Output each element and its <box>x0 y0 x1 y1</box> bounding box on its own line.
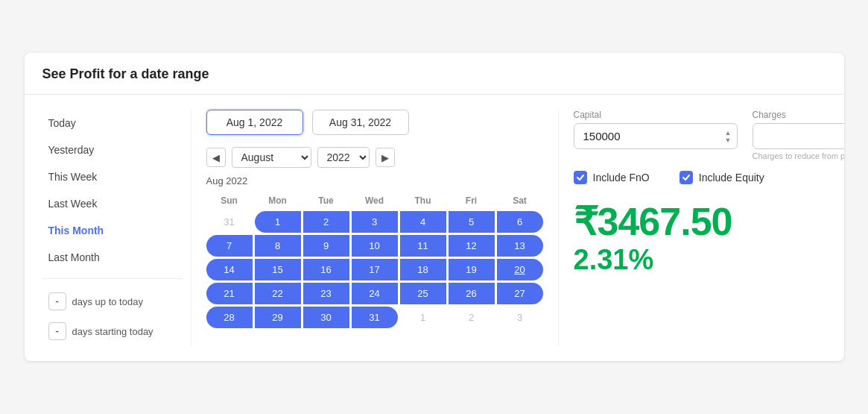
cal-day[interactable]: 16 <box>303 259 349 280</box>
sidebar-item-this-week[interactable]: This Week <box>42 163 183 190</box>
calendar-month-label: Aug 2022 <box>206 175 543 186</box>
cal-day[interactable]: 3 <box>352 211 398 233</box>
include-equity-label: Include Equity <box>699 172 764 184</box>
checkbox-row: Include FnO Include Equity <box>574 171 826 184</box>
capital-input[interactable] <box>574 123 738 149</box>
cal-header-sat: Sat <box>497 192 543 209</box>
cal-header-fri: Fri <box>449 192 495 209</box>
cal-day[interactable]: 11 <box>400 235 446 257</box>
sidebar-divider <box>42 278 183 279</box>
cal-day[interactable]: 1 <box>400 307 446 328</box>
card-body: Today Yesterday This Week Last Week This… <box>25 95 844 361</box>
next-month-btn[interactable]: ▶ <box>376 148 395 167</box>
calendar-section: Aug 1, 2022 Aug 31, 2022 ◀ JanuaryFebrua… <box>191 110 558 346</box>
cal-day[interactable]: 15 <box>255 259 301 280</box>
end-date-input[interactable]: Aug 31, 2022 <box>312 110 409 135</box>
charges-hint: Charges to reduce from profit <box>753 151 844 160</box>
main-card: See Profit for a date range Today Yester… <box>25 53 844 361</box>
include-fno-checkbox[interactable] <box>574 171 587 184</box>
prev-month-btn[interactable]: ◀ <box>206 148 226 167</box>
days-start-btn[interactable]: - <box>48 322 66 340</box>
cal-day[interactable]: 31 <box>206 211 253 233</box>
cal-header-mon: Mon <box>255 192 301 209</box>
days-up-btn[interactable]: - <box>48 292 66 310</box>
cal-header-sun: Sun <box>206 192 253 209</box>
sidebar-item-this-month[interactable]: This Month <box>42 217 183 244</box>
profit-display: ₹3467.50 2.31% <box>574 199 826 276</box>
cal-day[interactable]: 7 <box>206 235 253 257</box>
calendar-nav: ◀ JanuaryFebruaryMarchAprilMayJuneJulyAu… <box>206 147 543 168</box>
cal-day[interactable]: 5 <box>449 211 495 233</box>
cal-day[interactable]: 13 <box>497 235 543 257</box>
include-fno-item[interactable]: Include FnO <box>574 171 650 184</box>
sidebar-item-today[interactable]: Today <box>42 110 183 137</box>
cal-day[interactable]: 6 <box>497 211 543 233</box>
cal-day[interactable]: 25 <box>400 283 446 304</box>
capital-down-arrow[interactable]: ▼ <box>725 137 732 143</box>
include-equity-item[interactable]: Include Equity <box>679 171 764 184</box>
cal-header-thu: Thu <box>400 192 446 209</box>
sidebar-item-last-month[interactable]: Last Month <box>42 244 183 271</box>
cal-day[interactable]: 23 <box>303 283 349 304</box>
cal-day[interactable]: 2 <box>449 307 495 328</box>
cal-day[interactable]: 21 <box>206 283 253 304</box>
charges-input[interactable] <box>753 123 844 149</box>
days-start-label: days starting today <box>72 326 153 337</box>
cal-day[interactable]: 18 <box>400 259 446 280</box>
cal-day[interactable]: 3 <box>497 307 543 328</box>
profit-amount: ₹3467.50 <box>574 199 826 244</box>
cal-day[interactable]: 14 <box>206 259 253 280</box>
cal-day[interactable]: 22 <box>255 283 301 304</box>
capital-label: Capital <box>574 110 738 120</box>
cal-day[interactable]: 1 <box>255 211 301 233</box>
include-equity-checkbox[interactable] <box>679 171 693 184</box>
cal-day[interactable]: 29 <box>255 307 301 328</box>
cal-day[interactable]: 10 <box>352 235 398 257</box>
capital-up-arrow[interactable]: ▲ <box>725 129 732 136</box>
cal-header-tue: Tue <box>303 192 349 209</box>
month-select[interactable]: JanuaryFebruaryMarchAprilMayJuneJulyAugu… <box>232 147 311 168</box>
capital-input-wrap: ▲ ▼ <box>574 123 738 149</box>
right-section: Capital ▲ ▼ Charges ▲ <box>558 110 826 346</box>
cal-day[interactable]: 17 <box>352 259 398 280</box>
include-fno-label: Include FnO <box>593 172 650 184</box>
days-up-label: days up to today <box>72 296 143 307</box>
charges-col: Charges ▲ ▼ Charges to reduce from profi… <box>753 110 844 160</box>
capital-col: Capital ▲ ▼ <box>574 110 738 160</box>
sidebar: Today Yesterday This Week Last Week This… <box>42 110 191 346</box>
cal-day[interactable]: 24 <box>352 283 398 304</box>
cal-day[interactable]: 9 <box>303 235 349 257</box>
profit-pct: 2.31% <box>574 244 826 276</box>
cal-day[interactable]: 2 <box>303 211 349 233</box>
cal-day[interactable]: 26 <box>449 283 495 304</box>
days-start-row: - days starting today <box>42 316 183 346</box>
sidebar-item-yesterday[interactable]: Yesterday <box>42 137 183 163</box>
cal-day[interactable]: 19 <box>449 259 495 280</box>
date-range-row: Aug 1, 2022 Aug 31, 2022 <box>206 110 543 135</box>
cal-day[interactable]: 8 <box>255 235 301 257</box>
year-select[interactable]: 2020202120222023 <box>317 147 370 168</box>
charges-input-wrap: ▲ ▼ <box>753 123 844 149</box>
cal-day[interactable]: 20 <box>497 259 543 280</box>
charges-label: Charges <box>753 110 844 120</box>
right-top: Capital ▲ ▼ Charges ▲ <box>574 110 826 160</box>
cal-day[interactable]: 4 <box>400 211 446 233</box>
cal-day[interactable]: 31 <box>352 307 398 328</box>
cal-header-wed: Wed <box>352 192 398 209</box>
sidebar-item-last-week[interactable]: Last Week <box>42 190 183 217</box>
start-date-input[interactable]: Aug 1, 2022 <box>206 110 303 135</box>
days-up-row: - days up to today <box>42 286 183 316</box>
calendar-grid: SunMonTueWedThuFriSat3112345678910111213… <box>206 192 543 328</box>
cal-day[interactable]: 27 <box>497 283 543 304</box>
capital-arrows[interactable]: ▲ ▼ <box>725 129 732 143</box>
cal-day[interactable]: 28 <box>206 307 253 328</box>
cal-day[interactable]: 30 <box>303 307 349 328</box>
card-header: See Profit for a date range <box>25 53 844 95</box>
cal-day[interactable]: 12 <box>449 235 495 257</box>
page-title: See Profit for a date range <box>42 66 209 81</box>
